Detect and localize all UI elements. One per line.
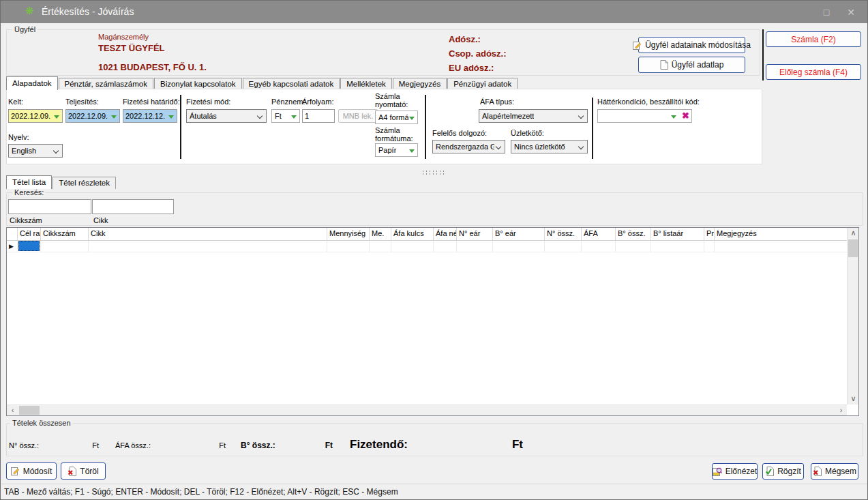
grid-header-netto-ossz[interactable]: N° össz. [545,228,582,240]
dropdown-arrow-icon[interactable] [111,115,117,121]
grid-cell-brutto-listaar[interactable] [651,241,704,252]
maximize-button[interactable]: □ [815,5,837,20]
netto-total-currency: Ft [77,441,99,450]
grid-header-brutto-ear[interactable]: B° eár [493,228,545,240]
grid-cell-cikkszam[interactable] [41,241,89,252]
dropdown-arrow-icon [291,115,297,121]
brutto-total-currency: Ft [311,441,333,450]
modify-button-label: Módosít [23,467,53,476]
customer-name: TESZT ÜGYFÉL [98,43,165,53]
save-button[interactable]: Rögzít [762,463,804,480]
afa-tipus-value: Alapértelmezett [482,112,534,120]
search-cikk-label: Cikk [93,216,108,224]
szamla-nyomtato-value: A4 formá [378,113,408,121]
customer-sheet-button[interactable]: Ügyfél adatlap [638,57,745,73]
penznem-value: Ft [275,112,282,120]
invoice-button[interactable]: Számla (F2) [766,31,861,47]
penznem-select[interactable]: Ft [271,109,300,123]
grid-cell-brutto-ossz[interactable] [616,241,651,252]
grid-vertical-scrollbar[interactable]: ∧ ∨ [847,228,858,405]
scroll-down-icon[interactable]: ∨ [848,394,859,405]
uzletkoto-select[interactable]: Nincs üzletkötő [511,140,588,153]
grid-header-afa[interactable]: ÁFA [582,228,616,240]
chevron-down-icon [53,148,59,153]
tab-tetel-lista[interactable]: Tétel lista [6,175,52,189]
preview-button-label: Előnézet [725,467,758,476]
szamla-formatuma-label-1: Számla [375,126,400,134]
preview-button[interactable]: Előnézet [712,463,758,480]
teljesites-datepicker[interactable]: 2022.12.09. [65,109,120,123]
grid-cell-afa-kulcs[interactable] [391,241,434,252]
grid-header-pn[interactable]: Pn. [704,228,715,240]
fizetesi-mod-label: Fizetési mód: [186,98,230,106]
customer-sheet-label: Ügyfél adatlap [672,60,724,70]
clear-x-icon[interactable]: ✖ [682,111,689,121]
splitter-handle[interactable] [421,170,445,175]
szamla-formatuma-select[interactable]: Papír [375,143,418,157]
app-window: ❋ Értékesítés - Jóváírás □ ✕ Ügyfél Magá… [0,0,868,500]
grid-header-afa-kulcs[interactable]: Áfa kulcs [391,228,434,240]
grid-header-brutto-listaar[interactable]: B° listaár [651,228,704,240]
grid-header-me[interactable]: Me. [370,228,391,240]
fizetesi-mod-select[interactable]: Átutalás [186,109,267,123]
scroll-up-icon[interactable]: ∧ [848,228,859,239]
grid-cell-afa-nev[interactable] [434,241,457,252]
grid-cell-mennyiseg[interactable] [327,241,370,252]
felelos-dolgozo-select[interactable]: Rendszergazda Gé [432,140,505,153]
search-cikk-input[interactable] [92,199,174,214]
tab-tetel-reszletek[interactable]: Tétel részletek [53,177,116,189]
modify-customer-button[interactable]: Ügyfél adatainak módosítása [638,37,745,53]
grid-cell-me[interactable] [370,241,391,252]
fizetesi-hatarido-datepicker[interactable]: 2022.12.12. [123,109,177,123]
grid-cell-megjegyzes[interactable] [715,241,847,252]
tab-alapadatok[interactable]: Alapadatok [6,76,58,90]
grid-header-row: Cél ral Cikkszám Cikk Mennyiség Me. Áfa … [7,228,847,241]
grid-cell-pn[interactable] [704,241,715,252]
grid-cell-brutto-ear[interactable] [493,241,545,252]
grid-header-cel-raktar[interactable]: Cél ral [18,228,41,240]
scroll-left-icon[interactable]: ‹ [7,405,18,416]
grid-header-mennyiseg[interactable]: Mennyiség [327,228,370,240]
status-bar-text: TAB - Mező váltás; F1 - Súgó; ENTER - Mó… [4,487,398,497]
modify-button[interactable]: Módosít [6,462,57,480]
dropdown-arrow-icon[interactable] [168,115,174,121]
chevron-down-icon [578,144,584,149]
cancel-button-label: Mégsem [825,467,856,476]
cancel-button[interactable]: Mégsem [811,463,858,480]
kelt-datepicker[interactable]: 2022.12.09. [8,109,63,123]
grid-header-megjegyzes[interactable]: Megjegyzés [715,228,847,240]
search-group-label: Keresés: [12,188,46,196]
search-cikkszam-input[interactable] [8,199,91,214]
dropdown-arrow-icon[interactable] [54,115,59,121]
advance-invoice-button[interactable]: Előleg számla (F4) [766,64,861,80]
grid-horizontal-scrollbar[interactable]: ‹ › [7,405,847,415]
selected-cell[interactable] [18,241,40,251]
horizontal-scroll-thumb[interactable] [19,406,40,415]
grid-header-cikkszam[interactable]: Cikkszám [41,228,89,240]
close-button[interactable]: ✕ [840,5,862,20]
grid-header-netto-ear[interactable]: N° eár [457,228,493,240]
arfolyam-input[interactable] [302,109,335,123]
grid-cell-netto-ossz[interactable] [545,241,582,252]
hatterkondicio-select[interactable]: ✖ [597,109,692,123]
uzletkoto-value: Nincs üzletkötő [514,143,565,151]
grid-cell-cikk[interactable] [89,241,327,252]
fizetesi-mod-value: Átutalás [190,112,217,120]
szamla-nyomtato-select[interactable]: A4 formá [375,111,418,124]
grid-cell-cel-raktar[interactable] [18,241,41,252]
grid-header-cikk[interactable]: Cikk [89,228,327,240]
grid-cell-afa[interactable] [582,241,616,252]
grid-row-1[interactable]: ▶ [7,241,847,252]
delete-button[interactable]: Töröl [61,462,106,480]
vertical-scroll-thumb[interactable] [848,239,858,257]
grid-cell-netto-ear[interactable] [457,241,493,252]
save-check-icon [765,467,774,476]
afa-tipus-select[interactable]: Alapértelmezett [479,109,588,123]
nyelv-select[interactable]: English [8,144,63,158]
mnb-fetch-button[interactable]: MNB lek. [338,109,378,123]
scroll-right-icon[interactable]: › [835,405,847,416]
grid-header-afa-nev[interactable]: Áfa név [434,228,457,240]
grid-header-brutto-ossz[interactable]: B° össz. [616,228,651,240]
netto-total-label: N° össz.: [9,441,39,450]
kelt-label: Kelt: [8,98,23,106]
